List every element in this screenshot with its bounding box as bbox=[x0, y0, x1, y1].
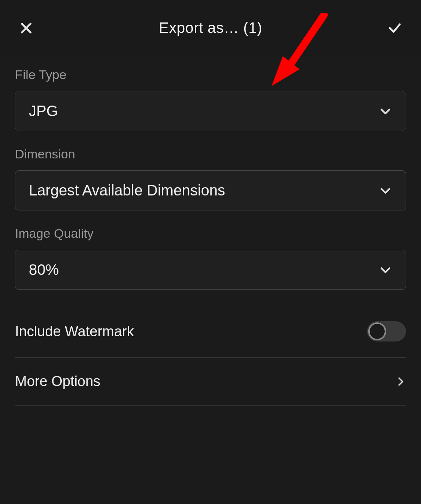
chevron-down-icon bbox=[379, 104, 392, 118]
toggle-knob bbox=[368, 322, 386, 340]
more-options-label: More Options bbox=[15, 373, 100, 389]
file-type-label: File Type bbox=[15, 67, 406, 82]
dimension-label: Dimension bbox=[15, 147, 406, 161]
file-type-group: File Type JPG bbox=[15, 67, 406, 131]
close-button[interactable] bbox=[15, 17, 37, 39]
image-quality-group: Image Quality 80% bbox=[15, 226, 406, 290]
confirm-button[interactable] bbox=[384, 17, 406, 39]
close-icon bbox=[19, 21, 34, 36]
include-watermark-row: Include Watermark bbox=[15, 306, 406, 358]
dimension-value: Largest Available Dimensions bbox=[29, 182, 225, 199]
watermark-label: Include Watermark bbox=[15, 324, 134, 340]
dialog-title: Export as… (1) bbox=[159, 19, 262, 36]
file-type-dropdown[interactable]: JPG bbox=[15, 91, 406, 131]
check-icon bbox=[387, 21, 402, 36]
dimension-dropdown[interactable]: Largest Available Dimensions bbox=[15, 170, 406, 210]
chevron-down-icon bbox=[379, 263, 392, 277]
chevron-down-icon bbox=[379, 184, 392, 197]
image-quality-value: 80% bbox=[29, 261, 59, 278]
file-type-value: JPG bbox=[29, 103, 58, 119]
dialog-header: Export as… (1) bbox=[0, 0, 421, 56]
chevron-right-icon bbox=[396, 376, 406, 387]
dialog-content: File Type JPG Dimension Largest Availabl… bbox=[0, 56, 421, 406]
watermark-toggle[interactable] bbox=[367, 321, 406, 341]
more-options-row[interactable]: More Options bbox=[15, 358, 406, 406]
image-quality-dropdown[interactable]: 80% bbox=[15, 250, 406, 290]
dimension-group: Dimension Largest Available Dimensions bbox=[15, 147, 406, 210]
image-quality-label: Image Quality bbox=[15, 226, 406, 241]
